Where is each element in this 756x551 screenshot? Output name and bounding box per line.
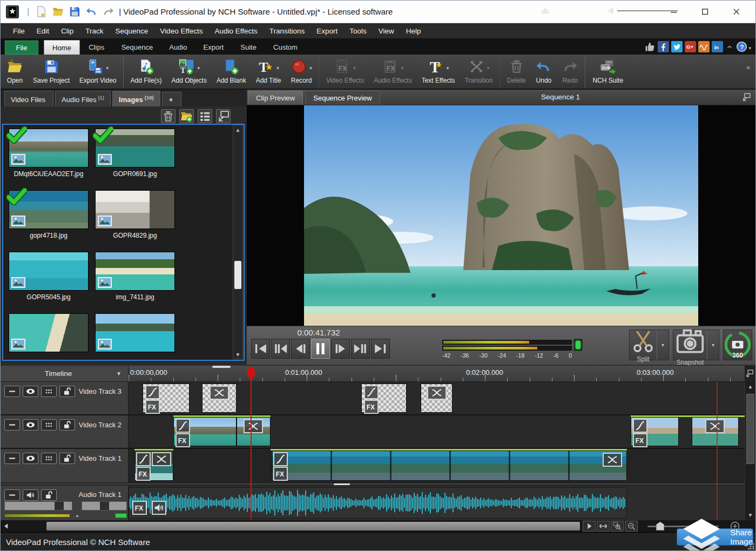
transport-button[interactable]: [351, 339, 370, 359]
scroll-up-icon[interactable]: ▲: [233, 125, 242, 134]
track-options-button[interactable]: [41, 419, 57, 431]
toolbar-button[interactable]: Export Video: [75, 56, 122, 89]
fx-icon[interactable]: FX: [273, 467, 288, 481]
timeline-clip[interactable]: FX: [361, 384, 407, 413]
menu-item[interactable]: Transitions: [264, 24, 311, 38]
menu-item[interactable]: Tools: [343, 24, 373, 38]
menu-item[interactable]: Audio Effects: [208, 24, 263, 38]
menu-item[interactable]: View: [373, 24, 400, 38]
fx-icon[interactable]: FX: [145, 400, 160, 414]
media-bin-tab[interactable]: Images(10): [112, 91, 160, 106]
fx-icon[interactable]: FX: [633, 433, 647, 447]
track-pan-slider[interactable]: [82, 501, 127, 510]
share-image-button[interactable]: Share Image: [677, 528, 753, 546]
quick-action-button[interactable]: [85, 5, 98, 18]
social-link[interactable]: [698, 41, 710, 52]
scroll-left-icon[interactable]: [2, 522, 11, 530]
scroll-up-icon[interactable]: ▲: [745, 382, 755, 391]
preview-tab[interactable]: Clip Preview: [248, 91, 303, 105]
ribbon-tab[interactable]: File: [5, 41, 38, 55]
toolbar-button[interactable]: Transition: [460, 56, 497, 89]
fade-icon[interactable]: [633, 419, 647, 433]
media-scrollbar[interactable]: ▲ ▼: [233, 125, 243, 359]
ribbon-tab[interactable]: Sequence: [113, 40, 161, 55]
help-button[interactable]: ?: [736, 41, 751, 52]
timeline-clip[interactable]: [692, 417, 739, 446]
social-link[interactable]: in: [712, 41, 723, 52]
lock-track-button[interactable]: [59, 386, 75, 397]
timeline-mode-selector[interactable]: Timeline ▼: [1, 366, 129, 382]
mute-track-button[interactable]: [23, 489, 38, 501]
toolbar-button[interactable]: T Add Title: [251, 56, 286, 89]
menu-item[interactable]: Sequence: [110, 24, 154, 38]
split-button[interactable]: Split: [630, 330, 657, 360]
track-visibility-button[interactable]: [23, 386, 38, 397]
snapshot-dropdown[interactable]: [707, 330, 719, 360]
fade-icon[interactable]: [136, 452, 151, 466]
fade-icon[interactable]: [145, 385, 160, 399]
snapshot-button[interactable]: Snapshot: [673, 330, 707, 360]
timeline-clip[interactable]: FX: [271, 451, 627, 481]
lock-track-button[interactable]: [41, 489, 57, 501]
menu-item[interactable]: Export: [310, 24, 343, 38]
toolbar-button[interactable]: Save Project: [28, 56, 75, 89]
toolbar-button[interactable]: T Text Effects: [417, 56, 460, 89]
fade-icon[interactable]: [176, 419, 190, 433]
social-link[interactable]: [671, 41, 683, 52]
transport-button[interactable]: [371, 339, 390, 359]
track-options-button[interactable]: [41, 453, 57, 464]
toolbar-button[interactable]: T Add Objects: [167, 56, 212, 89]
fade-icon[interactable]: [273, 452, 288, 466]
track-volume-slider[interactable]: [4, 501, 72, 510]
media-bin-tab[interactable]: +: [162, 92, 182, 106]
transport-button[interactable]: [271, 339, 290, 359]
transport-button[interactable]: [251, 339, 270, 359]
track-visibility-button[interactable]: [23, 419, 38, 431]
panel-splitter-grip[interactable]: [212, 366, 231, 368]
scrollbar-thumb[interactable]: [234, 261, 241, 289]
crossfade-icon[interactable]: [152, 452, 171, 466]
video-preview[interactable]: [247, 105, 755, 326]
collapse-track-button[interactable]: [4, 489, 20, 501]
maximize-button[interactable]: [700, 7, 710, 17]
menu-item[interactable]: Video Effects: [154, 24, 208, 38]
media-tool-button[interactable]: [161, 109, 176, 123]
expand-up-icon[interactable]: [541, 8, 550, 14]
timeline-clip[interactable]: FX: [631, 417, 679, 446]
social-link[interactable]: [644, 41, 656, 52]
transport-button[interactable]: [311, 339, 330, 359]
dropdown-arrow-icon[interactable]: [106, 62, 109, 72]
fx-icon[interactable]: FX: [364, 400, 379, 414]
zoom-selection-button[interactable]: [611, 521, 624, 532]
toolbar-button[interactable]: Delete: [500, 56, 531, 89]
dropdown-arrow-icon[interactable]: [447, 62, 449, 72]
undock-preview-icon[interactable]: [741, 92, 752, 102]
menu-item[interactable]: Edit: [31, 24, 55, 38]
ribbon-tab[interactable]: Export: [195, 40, 232, 55]
quick-action-button[interactable]: [35, 5, 48, 18]
hscroll-thumb[interactable]: [46, 522, 580, 530]
ribbon-tab[interactable]: Suite: [232, 40, 265, 55]
timeline-clip[interactable]: FX: [143, 384, 190, 413]
crossfade-icon[interactable]: [603, 453, 622, 467]
minimize-button[interactable]: [669, 7, 679, 17]
media-item[interactable]: img_7411.jpg: [95, 252, 175, 301]
dropdown-arrow-icon[interactable]: [276, 62, 279, 72]
timeline-clip[interactable]: FX: [173, 417, 237, 446]
transport-button[interactable]: [291, 339, 310, 359]
fade-icon[interactable]: [364, 385, 379, 399]
fx-icon[interactable]: FX: [132, 501, 147, 515]
toolbar-button[interactable]: FX Video Effects: [319, 56, 369, 89]
toolbar-button[interactable]: Add Blank: [212, 56, 251, 89]
social-link[interactable]: G+: [685, 41, 696, 52]
close-button[interactable]: [732, 7, 741, 17]
collapse-ribbon-icon[interactable]: [726, 43, 733, 51]
ribbon-tab[interactable]: Home: [44, 40, 80, 55]
speaker-icon[interactable]: [152, 501, 166, 515]
track-visibility-button[interactable]: [23, 453, 38, 464]
menu-item[interactable]: Clip: [55, 24, 79, 38]
dropdown-arrow-icon[interactable]: [487, 62, 490, 72]
crossfade-icon[interactable]: [705, 419, 725, 433]
toolbar-overflow-button[interactable]: »: [746, 63, 754, 81]
toolbar-button[interactable]: Record: [286, 56, 317, 89]
